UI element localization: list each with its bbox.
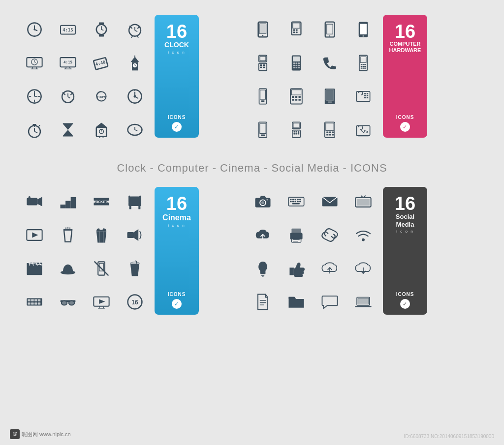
svg-rect-86 [360,24,367,34]
svg-rect-115 [363,68,364,69]
svg-rect-118 [260,90,266,99]
svg-line-13 [135,30,137,32]
svg-rect-202 [28,302,30,304]
svg-rect-154 [332,131,334,133]
clock-banner-bottom: ICONS ✓ [168,115,186,132]
svg-rect-164 [65,201,71,208]
clock-banner-subtitle: i c o n [168,50,185,55]
computer-icon-booth [315,115,345,145]
svg-marker-212 [99,299,105,304]
svg-point-210 [69,301,74,305]
social-check-mark: ✓ [400,299,410,309]
clock-banner-content: 16 CLOCK i c o n [164,22,189,55]
cinema-icon-3d-glasses [53,287,83,317]
social-icon-laptop [348,287,378,317]
clock-icon-cuckoo [87,115,116,145]
svg-marker-174 [32,233,38,238]
svg-text:4:15: 4:15 [63,60,72,64]
svg-line-24 [34,62,36,62]
svg-rect-163 [61,205,66,208]
computer-icon-phone5 [248,115,278,145]
svg-rect-153 [329,131,331,133]
cinema-banner-title: Cinema [162,213,191,222]
computer-icon-phone-front [315,15,345,44]
social-banner-content: 16 Social Media i c o n [387,194,423,234]
cinema-icon-cup [53,220,83,250]
clock-banner-title: CLOCK [164,41,189,49]
clock-icon-rotation: 34 RPM [87,82,116,111]
svg-point-162 [29,196,31,198]
svg-rect-79 [296,30,298,31]
clock-icon-monitor-415: 4:15 [53,48,83,78]
svg-rect-155 [326,134,328,135]
svg-rect-199 [31,299,33,301]
computer-icon-office-phone [348,82,378,111]
clock-icon-monitor-clock [20,48,49,78]
cinema-icon-video-player [20,220,49,250]
svg-rect-97 [293,62,295,64]
bottom-section: TICKET [20,187,484,317]
cinema-icon-age-16: 16 [120,287,150,317]
svg-rect-205 [38,302,40,304]
svg-rect-131 [328,101,332,103]
svg-rect-113 [364,66,366,67]
svg-rect-171 [128,196,130,203]
svg-rect-91 [260,64,262,66]
svg-rect-170 [138,206,140,209]
svg-rect-232 [299,201,301,203]
svg-rect-229 [292,201,294,203]
svg-marker-161 [37,197,42,206]
svg-marker-64 [95,123,107,127]
cinema-icon-drink-cup [120,254,150,283]
clock-icon-digital: 4:15 [53,15,83,44]
svg-rect-99 [298,62,300,64]
svg-rect-236 [357,199,370,206]
svg-rect-77 [293,23,300,29]
social-banner-subtitle: i c o n [396,229,413,234]
svg-line-61 [34,131,37,133]
svg-rect-165 [71,197,76,208]
cinema-icons-label: ICONS [168,292,186,297]
clock-icon-wristwatch [87,15,116,44]
svg-rect-98 [296,62,298,64]
clock-checkmark-icon: ✓ [174,124,179,130]
svg-rect-105 [298,67,300,68]
cinema-banner-subtitle: i c o n [168,223,185,228]
social-icon-chat-bubble [315,287,345,317]
cinema-icon-speaker [120,220,150,250]
computer-banner-content: 16 COMPUTER HARDWARE [387,22,423,54]
svg-rect-184 [27,265,42,275]
svg-rect-147 [294,133,295,135]
social-icon-link [315,220,345,250]
svg-rect-112 [363,66,364,67]
svg-rect-198 [28,299,30,301]
spacer-1 [219,15,228,145]
svg-text:4:48: 4:48 [95,59,106,67]
social-banner-number: 16 [395,194,415,213]
computer-icon-mobile-phone [348,48,378,78]
cinema-banner-number: 16 [166,194,187,213]
clock-icon-grid: 4:15 [20,15,150,145]
svg-rect-122 [292,96,294,98]
svg-rect-108 [361,64,362,65]
computer-icon-feature-phone [282,15,311,44]
svg-rect-101 [296,65,298,66]
svg-rect-83 [327,24,333,34]
svg-line-16 [131,36,133,37]
svg-rect-149 [298,131,299,135]
svg-rect-123 [295,96,297,98]
social-icon-folder [282,287,311,317]
svg-line-47 [68,97,70,98]
svg-rect-143 [293,123,299,128]
svg-rect-203 [31,302,33,304]
svg-rect-140 [260,123,266,133]
social-icon-keyboard [282,187,311,216]
computer-icon-phone4 [315,82,345,111]
svg-rect-152 [326,131,328,133]
watermark-id: ID:6608733 NO:20140609151853190000 [404,434,495,439]
clock-icon-church-clock [120,48,150,78]
svg-rect-227 [299,199,301,201]
svg-rect-124 [298,96,300,98]
social-icons-label: ICONS [396,292,414,297]
svg-text:4:15: 4:15 [63,28,73,32]
